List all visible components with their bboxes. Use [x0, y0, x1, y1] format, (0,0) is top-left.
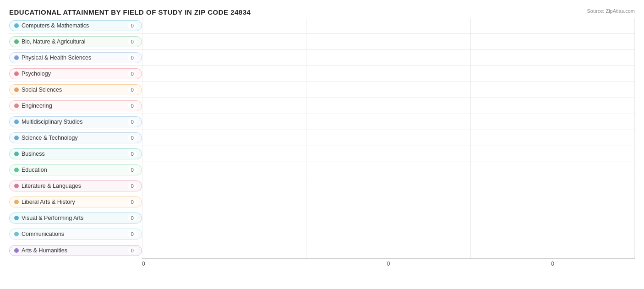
- x-tick-left: 0: [142, 261, 306, 267]
- pill: Multidisciplinary Studies 0: [9, 116, 142, 127]
- pill-value: 0: [128, 103, 137, 109]
- chart-row: Arts & Humanities 0: [9, 242, 635, 258]
- bar-area: [142, 115, 635, 128]
- bar-area: [142, 164, 635, 176]
- bar-area: [142, 212, 635, 224]
- pill-value: 0: [128, 71, 137, 77]
- chart-container: EDUCATIONAL ATTAINMENT BY FIELD OF STUDY…: [0, 0, 644, 281]
- pill: Social Sciences 0: [9, 84, 142, 95]
- label-pill: Science & Technology 0: [9, 132, 142, 143]
- pill-dot: [14, 216, 19, 220]
- pill-dot: [14, 71, 19, 76]
- pill-dot: [14, 232, 19, 236]
- source-text: Source: ZipAtlas.com: [587, 8, 635, 14]
- label-pill: Social Sciences 0: [9, 84, 142, 95]
- chart-rows-wrapper: Computers & Mathematics 0 Bio, Nature & …: [9, 18, 635, 258]
- label-pill: Psychology 0: [9, 68, 142, 79]
- pill: Education 0: [9, 164, 142, 175]
- pill-label: Arts & Humanities: [22, 247, 125, 254]
- bar-area: [142, 180, 635, 192]
- pill-label: Computers & Mathematics: [22, 22, 125, 29]
- pill: Visual & Performing Arts 0: [9, 213, 142, 224]
- label-pill: Engineering 0: [9, 100, 142, 111]
- pill-label: Literature & Languages: [22, 183, 125, 189]
- pill-value: 0: [128, 183, 137, 189]
- bar-area: [142, 147, 635, 160]
- bar-area: [142, 83, 635, 96]
- bar-area: [142, 99, 635, 112]
- pill-dot: [14, 152, 19, 156]
- chart-row: Bio, Nature & Agricultural 0: [9, 34, 635, 50]
- pill-dot: [14, 248, 19, 253]
- pill: Literature & Languages 0: [9, 180, 142, 191]
- pill-label: Science & Technology: [22, 135, 125, 141]
- chart-row: Psychology 0: [9, 66, 635, 82]
- pill-value: 0: [128, 167, 137, 173]
- label-pill: Literature & Languages 0: [9, 180, 142, 191]
- chart-row: Visual & Performing Arts 0: [9, 210, 635, 226]
- pill: Arts & Humanities 0: [9, 245, 142, 256]
- bar-area: [142, 131, 635, 144]
- label-pill: Communications 0: [9, 229, 142, 240]
- pill-label: Physical & Health Sciences: [22, 55, 125, 61]
- pill-value: 0: [128, 247, 137, 254]
- chart-row: Communications 0: [9, 226, 635, 242]
- pill-dot: [14, 184, 19, 188]
- pill-value: 0: [128, 87, 137, 93]
- label-pill: Business 0: [9, 148, 142, 159]
- pill: Communications 0: [9, 229, 142, 240]
- pill-label: Liberal Arts & History: [22, 199, 125, 205]
- pill: Engineering 0: [9, 100, 142, 111]
- label-pill: Arts & Humanities 0: [9, 245, 142, 256]
- pill-dot: [14, 168, 19, 172]
- label-pill: Physical & Health Sciences 0: [9, 52, 142, 63]
- pill-dot: [14, 55, 19, 60]
- bar-area: [142, 196, 635, 208]
- pill: Business 0: [9, 148, 142, 159]
- pill-label: Communications: [22, 231, 125, 237]
- label-pill: Liberal Arts & History 0: [9, 196, 142, 207]
- pill-dot: [14, 200, 19, 204]
- bar-area: [142, 51, 635, 64]
- bar-area: [142, 35, 635, 48]
- pill-label: Education: [22, 167, 125, 173]
- pill-dot: [14, 120, 19, 124]
- pill-value: 0: [128, 215, 137, 221]
- pill-label: Visual & Performing Arts: [22, 215, 125, 221]
- pill-value: 0: [128, 22, 137, 29]
- chart-row: Engineering 0: [9, 98, 635, 114]
- pill-label: Engineering: [22, 103, 125, 109]
- pill-dot: [14, 87, 19, 92]
- pill-value: 0: [128, 55, 137, 61]
- chart-row: Science & Technology 0: [9, 130, 635, 146]
- bar-area: [142, 228, 635, 240]
- pill-value: 0: [128, 119, 137, 125]
- pill: Psychology 0: [9, 68, 142, 79]
- pill-value: 0: [128, 231, 137, 237]
- pill-label: Bio, Nature & Agricultural: [22, 38, 125, 45]
- bar-area: [142, 244, 635, 257]
- pill-label: Multidisciplinary Studies: [22, 119, 125, 125]
- x-tick-right: 0: [470, 261, 635, 267]
- chart-row: Computers & Mathematics 0: [9, 18, 635, 34]
- pill-value: 0: [128, 38, 137, 45]
- pill-value: 0: [128, 199, 137, 205]
- chart-row: Education 0: [9, 162, 635, 178]
- label-pill: Computers & Mathematics 0: [9, 20, 142, 31]
- x-tick-center: 0: [306, 261, 471, 267]
- chart-row: Social Sciences 0: [9, 82, 635, 98]
- label-pill: Multidisciplinary Studies 0: [9, 116, 142, 127]
- pill-dot: [14, 136, 19, 140]
- bar-area: [142, 19, 635, 32]
- x-axis: 0 0 0: [142, 258, 635, 267]
- pill-value: 0: [128, 151, 137, 157]
- pill-value: 0: [128, 135, 137, 141]
- bar-area: [142, 67, 635, 80]
- chart-title: EDUCATIONAL ATTAINMENT BY FIELD OF STUDY…: [9, 8, 251, 16]
- label-pill: Bio, Nature & Agricultural 0: [9, 36, 142, 47]
- label-pill: Visual & Performing Arts 0: [9, 213, 142, 224]
- chart-row: Physical & Health Sciences 0: [9, 50, 635, 66]
- chart-row: Business 0: [9, 146, 635, 162]
- label-pill: Education 0: [9, 164, 142, 175]
- pill: Bio, Nature & Agricultural 0: [9, 36, 142, 47]
